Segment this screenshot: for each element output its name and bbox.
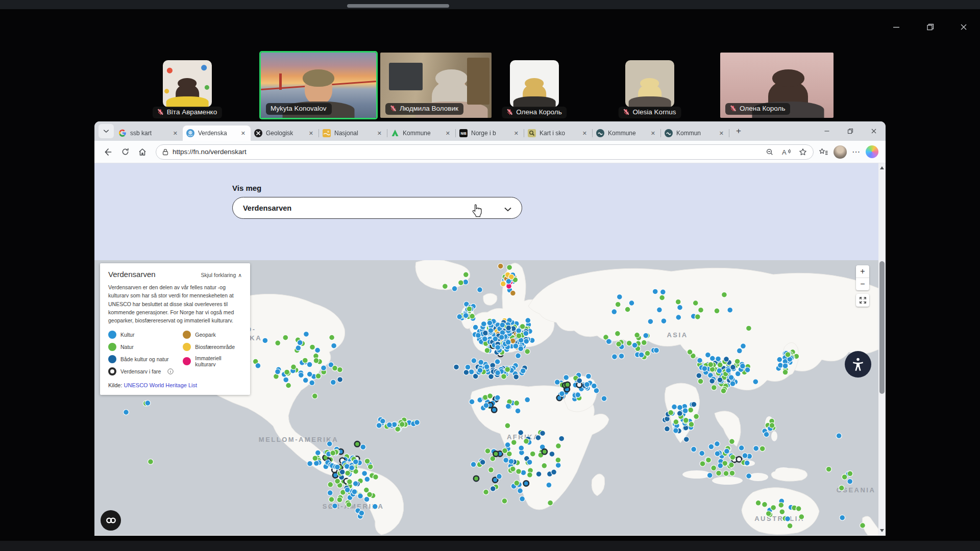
map-marker[interactable] [625,307,630,312]
map-marker[interactable] [785,352,791,358]
map-marker[interactable] [255,363,261,368]
map-marker[interactable] [659,295,665,300]
map-marker[interactable] [307,362,312,367]
map-marker[interactable] [551,469,557,475]
map-marker[interactable] [677,405,683,410]
map-marker[interactable] [309,380,315,386]
tab-close-button[interactable]: ✕ [649,130,657,137]
map-marker[interactable] [501,374,507,380]
world-map[interactable]: NORD-AMERIKAMELLOM-AMERIKASØR-AMERIKAAFR… [94,260,878,535]
map-marker[interactable] [706,457,712,463]
map-marker[interactable] [672,404,677,410]
map-marker[interactable] [697,358,703,363]
map-marker[interactable] [760,446,765,452]
map-marker[interactable] [510,466,516,472]
tab-close-button[interactable]: ✕ [307,130,315,137]
map-marker[interactable] [682,408,688,414]
map-marker[interactable] [516,333,522,339]
map-marker[interactable] [488,328,494,334]
map-marker[interactable] [373,474,379,480]
map-marker[interactable] [358,493,363,499]
map-marker[interactable] [860,523,866,529]
map-marker[interactable] [487,393,493,399]
scroll-up-button[interactable] [878,164,886,171]
map-marker[interactable] [707,472,713,478]
copilot-icon[interactable] [866,145,878,158]
map-marker[interactable] [689,421,694,427]
map-marker[interactable] [683,417,689,423]
map-marker[interactable] [330,380,336,385]
map-marker[interactable] [518,346,524,352]
map-marker[interactable] [372,504,378,509]
map-marker[interactable] [746,473,752,479]
map-marker[interactable] [497,473,502,479]
map-marker[interactable] [714,308,720,314]
map-marker[interactable] [657,307,663,313]
url-text[interactable]: https://fn.no/verdenskart [173,148,247,156]
map-marker[interactable] [612,354,618,360]
map-marker[interactable] [283,335,288,340]
map-marker[interactable] [395,427,401,432]
tab-nasjonal[interactable]: Nasjonal✕ [319,126,387,141]
map-marker[interactable] [601,396,607,402]
map-marker[interactable] [463,272,469,278]
map-marker[interactable] [493,451,498,456]
map-marker[interactable] [327,490,333,496]
map-marker[interactable] [611,309,617,315]
map-marker[interactable] [559,436,565,441]
map-marker[interactable] [314,461,320,466]
map-marker[interactable] [677,411,682,416]
favorites-list-icon[interactable] [819,148,828,156]
map-marker[interactable] [694,414,699,419]
map-marker[interactable] [665,426,670,432]
map-marker[interactable] [524,438,529,444]
map-marker[interactable] [554,380,560,385]
map-marker[interactable] [634,332,640,338]
map-marker[interactable] [586,373,592,379]
tab-close-button[interactable]: ✕ [172,130,179,137]
map-marker[interactable] [458,280,464,286]
back-button[interactable] [100,144,116,160]
map-marker[interactable] [312,393,317,399]
map-marker[interactable] [283,377,289,383]
participant-tile[interactable]: Віта Авраменко [144,53,231,118]
favorite-star-icon[interactable] [799,148,807,156]
map-marker[interactable] [629,300,634,306]
map-marker[interactable] [502,448,508,454]
map-marker[interactable] [304,332,309,337]
source-link[interactable]: UNESCO World Heritage List [124,382,197,388]
map-marker[interactable] [482,336,487,342]
map-marker[interactable] [315,373,321,379]
map-marker[interactable] [124,410,129,415]
map-marker[interactable] [315,347,321,353]
map-marker[interactable] [702,366,707,371]
map-marker[interactable] [641,340,647,345]
map-marker[interactable] [771,505,776,511]
map-marker[interactable] [740,363,746,369]
map-marker[interactable] [724,448,730,454]
map-marker[interactable] [508,459,514,464]
map-marker[interactable] [715,451,720,457]
map-marker[interactable] [329,335,335,340]
map-marker[interactable] [660,289,666,295]
tab-close-button[interactable]: ✕ [581,130,589,137]
map-marker[interactable] [742,453,748,459]
map-marker[interactable] [352,489,357,495]
map-marker[interactable] [503,458,509,463]
map-marker[interactable] [148,459,154,465]
map-marker[interactable] [762,502,768,507]
map-marker[interactable] [346,502,352,508]
map-marker[interactable] [387,422,393,428]
map-marker[interactable] [467,306,472,312]
map-marker[interactable] [500,322,505,328]
map-marker[interactable] [616,341,622,347]
map-marker[interactable] [330,450,336,456]
map-marker[interactable] [506,279,511,284]
map-marker[interactable] [584,382,590,387]
map-marker[interactable] [490,486,496,492]
tab-kommune[interactable]: Kommune✕ [387,126,455,141]
map-marker[interactable] [516,469,522,474]
accessibility-button[interactable] [845,351,871,378]
map-marker[interactable] [520,496,525,502]
map-marker[interactable] [777,357,782,362]
